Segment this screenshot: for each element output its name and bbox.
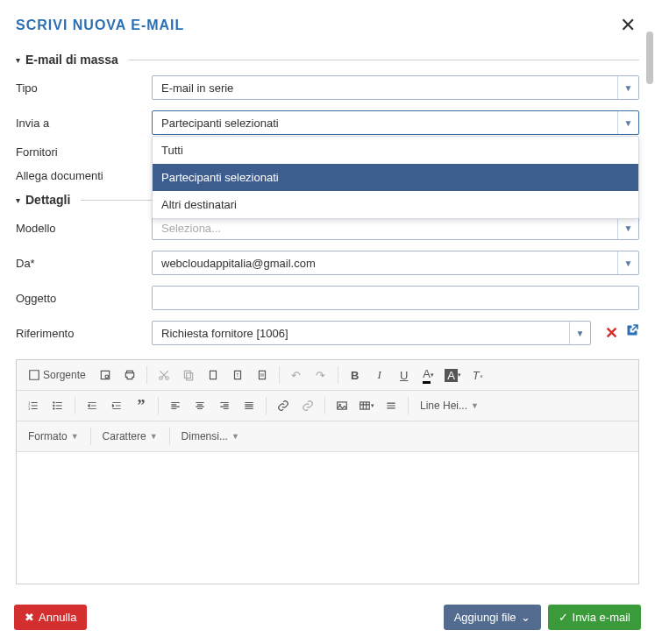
bold-icon[interactable]: B [344,364,367,386]
dropdown-label: Carattere [103,430,146,442]
svg-rect-18 [360,402,370,409]
redo-icon[interactable]: ↷ [310,364,332,386]
section-mass-email: ▾ E-mail di massa [0,47,655,70]
svg-rect-5 [210,371,216,379]
paste-icon[interactable] [202,364,224,386]
undo-icon[interactable]: ↶ [285,364,308,386]
button-label: Invia e-mail [573,611,630,624]
scrollbar[interactable] [646,32,653,583]
separator [146,366,147,384]
outdent-icon[interactable] [81,394,103,417]
separator [338,366,338,384]
select-tipo[interactable]: E-mail in serie ▼ [152,75,639,100]
dialog-footer: ✖ Annulla Aggiungi file ⌄ ✓ Invia e-mail [0,596,655,644]
chevron-down-icon: ▼ [150,432,158,441]
dropdown-option-partecipanti[interactable]: Partecipanti selezionati [153,164,638,191]
align-left-icon[interactable] [164,394,187,417]
select-modello[interactable]: Seleziona... ▼ [152,216,639,240]
editor-content[interactable] [17,452,638,584]
select-value: E-mail in serie [153,81,617,95]
cut-icon[interactable] [153,364,175,386]
font-dropdown[interactable]: Carattere▼ [96,425,164,448]
chevron-down-icon[interactable]: ▾ [16,195,20,205]
separator [75,397,75,414]
image-icon[interactable] [331,394,353,417]
label-invia-a: Invia a [16,117,143,130]
separator [90,428,91,445]
chevron-down-icon: ▼ [71,432,79,441]
blockquote-icon[interactable]: ” [130,394,153,417]
print-icon[interactable] [118,364,141,386]
svg-text:3: 3 [28,407,30,411]
scrollbar-thumb[interactable] [646,32,653,84]
chevron-down-icon: ⌄ [521,611,530,624]
clear-icon[interactable]: ✕ [605,323,618,343]
svg-rect-4 [186,373,192,380]
clear-format-icon[interactable]: Tₓ [466,364,489,386]
indent-icon[interactable] [105,394,128,417]
hr-icon[interactable] [380,394,402,417]
rich-text-editor: Sorgente T W ↶ ↷ B I U A▾ A▾ Tₓ 123 ” [16,359,639,584]
source-button[interactable]: Sorgente [22,364,92,386]
attach-file-button[interactable]: Aggiungi file ⌄ [444,605,541,630]
label-allega-documenti: Allega documenti [16,169,143,182]
select-placeholder: Seleziona... [153,222,617,235]
label-fornitori: Fornitori [16,145,143,159]
chevron-down-icon[interactable]: ▼ [617,251,638,274]
svg-point-13 [53,401,54,403]
label-riferimento: Riferimento [16,327,143,340]
cancel-button[interactable]: ✖ Annulla [14,605,87,630]
chevron-down-icon[interactable]: ▾ [16,55,20,65]
line-height-dropdown[interactable]: Line Hei...▼ [414,394,485,417]
cancel-icon: ✖ [25,611,34,624]
underline-icon[interactable]: U [393,364,416,386]
ordered-list-icon[interactable]: 123 [22,394,45,417]
close-icon[interactable]: ✕ [616,11,639,40]
dropdown-option-tutti[interactable]: Tutti [153,137,638,164]
svg-point-0 [105,375,109,379]
source-label: Sorgente [43,369,86,381]
select-da[interactable]: webcloudappitalia@gmail.com ▼ [152,251,639,275]
svg-point-14 [53,405,54,407]
svg-text:W: W [260,373,265,378]
input-oggetto[interactable] [153,287,638,309]
select-value: Partecipanti selezionati [153,117,617,130]
size-dropdown[interactable]: Dimensi...▼ [175,425,246,448]
paste-text-icon[interactable]: T [226,364,249,386]
unordered-list-icon[interactable] [46,394,69,417]
unlink-icon[interactable] [296,394,319,417]
select-value: webcloudappitalia@gmail.com [153,257,617,270]
chevron-down-icon[interactable]: ▼ [617,216,638,239]
chevron-down-icon: ▼ [471,401,479,410]
link-icon[interactable] [272,394,295,417]
chevron-down-icon[interactable]: ▼ [617,111,638,134]
editor-toolbar-row2: 123 ” ▾ Line Hei...▼ [17,391,638,421]
table-icon[interactable]: ▾ [355,394,378,417]
preview-icon[interactable] [94,364,117,386]
input-oggetto-wrap [152,286,639,310]
editor-toolbar-row1: Sorgente T W ↶ ↷ B I U A▾ A▾ Tₓ [17,360,638,391]
align-right-icon[interactable] [213,394,236,417]
italic-icon[interactable]: I [368,364,391,386]
format-dropdown[interactable]: Formato▼ [22,425,85,448]
select-riferimento[interactable]: Richiesta fornitore [1006] ▼ [152,321,591,345]
dropdown-option-altri[interactable]: Altri destinatari [153,191,638,218]
open-external-icon[interactable] [625,323,639,343]
section-label: E-mail di massa [25,53,118,67]
paste-word-icon[interactable]: W [251,364,274,386]
chevron-down-icon[interactable]: ▼ [617,76,638,99]
send-email-button[interactable]: ✓ Invia e-mail [548,605,641,630]
copy-icon[interactable] [177,364,200,386]
svg-point-15 [53,407,54,409]
text-color-icon[interactable]: A▾ [417,364,440,386]
select-invia-a[interactable]: Partecipanti selezionati ▼ [152,110,639,135]
button-label: Annulla [39,611,76,624]
divider [129,60,639,60]
align-center-icon[interactable] [189,394,211,417]
label-modello: Modello [16,222,143,235]
chevron-down-icon[interactable]: ▼ [569,322,590,344]
dropdown-label: Dimensi... [182,430,228,442]
align-justify-icon[interactable] [238,394,260,417]
bg-color-icon[interactable]: A▾ [442,364,465,386]
label-oggetto: Oggetto [16,292,143,305]
